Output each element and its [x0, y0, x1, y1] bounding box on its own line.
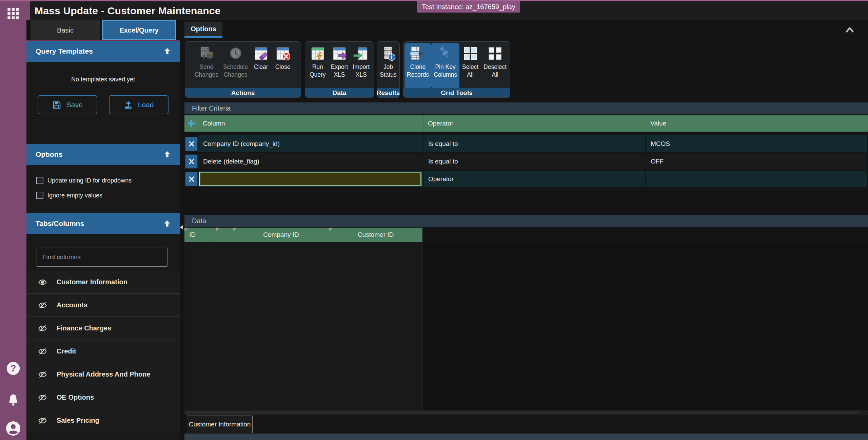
option-update-using-id-for-dropdowns[interactable]: Update using ID for dropdowns	[36, 173, 180, 188]
button-label-line: Schedule	[223, 63, 248, 71]
export-xls-button[interactable]: ExportXLS	[329, 43, 351, 88]
data-grid-body	[184, 242, 868, 410]
button-label-line: Changes	[195, 71, 218, 79]
column-group-sales-pricing[interactable]: Sales Pricing	[26, 409, 180, 432]
remove-filter-button[interactable]	[185, 172, 198, 186]
ribbon-tab-options[interactable]: Options	[184, 22, 222, 38]
schedule-changes-button[interactable]: ScheduleChanges	[221, 43, 250, 88]
query-templates-header[interactable]: Query Templates	[26, 41, 180, 62]
filter-operator-cell[interactable]: Operator	[423, 171, 646, 187]
data-grid-rows-area	[184, 242, 422, 410]
filter-value-cell[interactable]: OFF	[646, 153, 868, 170]
button-label-line: Close	[275, 63, 291, 71]
run-query-button[interactable]: RunQuery	[307, 43, 329, 88]
filter-operator-cell[interactable]: Is equal to	[423, 135, 646, 152]
data-header-blank[interactable]	[216, 228, 233, 242]
ribbon-group-label: Actions	[185, 88, 301, 97]
load-template-button[interactable]: Load	[109, 95, 169, 114]
filter-value-cell[interactable]	[646, 171, 868, 187]
checkbox[interactable]	[36, 177, 43, 184]
save-template-button[interactable]: Save	[38, 95, 97, 114]
account-button[interactable]	[5, 421, 21, 436]
data-header-customer-id[interactable]: Customer ID	[329, 228, 422, 242]
column-group-physical-address-and-phone[interactable]: Physical Address And Phone	[26, 363, 180, 386]
remove-filter-cell	[184, 153, 198, 170]
ribbon-group-label: Grid Tools	[403, 88, 510, 97]
horizontal-scrollbar[interactable]	[184, 410, 868, 415]
button-label-line: Changes	[223, 71, 247, 79]
column-group-oe-options[interactable]: OE Options	[26, 386, 180, 409]
column-group-customer-information[interactable]: Customer Information	[26, 271, 180, 294]
data-header-company-id[interactable]: Company ID	[233, 228, 329, 242]
sidebar-tab-basic[interactable]: Basic	[31, 20, 100, 40]
filter-header-operator[interactable]: Operator	[423, 115, 646, 132]
data-header-id[interactable]: ID	[184, 228, 216, 242]
sidebar-collapse-handle[interactable]	[179, 224, 185, 231]
filter-header-column[interactable]: Column	[198, 115, 423, 132]
send-changes-button[interactable]: SendChanges	[192, 43, 221, 88]
remove-filter-button[interactable]	[185, 137, 198, 151]
close-button[interactable]: Close	[272, 43, 294, 88]
remove-filter-button[interactable]	[185, 154, 198, 169]
find-columns-input[interactable]	[37, 248, 167, 267]
add-filter-button[interactable]	[187, 119, 196, 128]
column-group-finance-charges[interactable]: Finance Charges	[26, 317, 180, 340]
filter-column-cell[interactable]	[198, 171, 423, 187]
button-label-line: Import	[353, 63, 370, 71]
empty-templates-message: No templates saved yet	[26, 62, 180, 83]
clone-records-icon	[409, 45, 426, 62]
select-all-button[interactable]: SelectAll	[459, 43, 481, 88]
button-label-line: Select	[462, 63, 479, 71]
column-group-label: Sales Pricing	[57, 417, 99, 424]
sidebar-tab-bar: BasicExcel/Query	[26, 20, 180, 41]
options-header[interactable]: Options	[26, 144, 180, 165]
help-button[interactable]: ?	[6, 361, 21, 376]
pin-key-columns-button[interactable]: Pin KeyColumns	[431, 43, 459, 88]
notifications-button[interactable]	[6, 393, 20, 407]
apps-button[interactable]	[6, 7, 20, 20]
collapse-panel-button[interactable]	[843, 24, 856, 35]
button-label-line: All	[467, 71, 473, 79]
filter-column-cell[interactable]: Company ID (company_id)	[198, 135, 423, 152]
filter-row: Company ID (company_id)Is equal toMCOS	[184, 135, 868, 152]
template-buttons: SaveLoad	[26, 95, 180, 114]
eye-icon	[37, 278, 48, 287]
button-label-line: All	[492, 71, 498, 79]
job-status-button[interactable]: JobStatus	[378, 43, 399, 88]
filter-column-cell[interactable]: Delete (delete_flag)	[198, 153, 423, 170]
scrollbar-thumb[interactable]	[185, 411, 860, 414]
eye-slash-icon	[37, 370, 48, 379]
filter-operator-cell[interactable]: Is equal to	[423, 153, 646, 170]
ribbon-tab-label: Options	[191, 25, 216, 33]
grid-tab-bar: Customer Information	[184, 415, 868, 434]
page-title: Mass Update - Customer Maintenance	[30, 5, 221, 17]
clear-button[interactable]: Clear	[250, 43, 272, 88]
filter-header-value[interactable]: Value	[646, 115, 868, 132]
remove-row-icon	[188, 176, 195, 183]
query-templates-section: Query Templates No templates saved yet S…	[26, 41, 180, 144]
import-xls-button[interactable]: ImportXLS	[350, 43, 372, 88]
tabs-columns-header[interactable]: Tabs/Columns	[26, 213, 180, 234]
rail-gap	[26, 1, 30, 20]
checkbox-label: Update using ID for dropdowns	[47, 177, 132, 184]
add-filter-cell	[184, 115, 198, 132]
ribbon-group-actions: SendChangesScheduleChangesClearCloseActi…	[185, 41, 301, 98]
test-instance-badge: Test Instance: az_167659_play	[417, 1, 520, 13]
grid-tab-customer-information[interactable]: Customer Information	[187, 416, 253, 433]
import-xls-icon	[353, 45, 370, 62]
column-group-accounts[interactable]: Accounts	[26, 294, 180, 317]
checkbox[interactable]	[36, 192, 43, 199]
filter-column-input[interactable]	[199, 172, 421, 186]
person-icon	[5, 421, 21, 436]
clone-records-button[interactable]: CloneRecords	[405, 43, 431, 88]
remove-row-icon	[188, 158, 195, 165]
filter-value-cell[interactable]: MCOS	[646, 135, 868, 152]
pin-key-columns-icon	[437, 45, 454, 62]
column-group-credit[interactable]: Credit	[26, 340, 180, 363]
column-group-label: Customer Information	[57, 278, 127, 286]
deselect-all-button[interactable]: DeselectAll	[481, 43, 509, 88]
tabs-columns-body: Customer InformationAccountsFinance Char…	[26, 234, 180, 440]
sidebar-tab-excel-query[interactable]: Excel/Query	[102, 20, 176, 40]
option-ignore-empty-values[interactable]: Ignore empty values	[36, 188, 180, 203]
eye-slash-icon	[37, 301, 48, 310]
